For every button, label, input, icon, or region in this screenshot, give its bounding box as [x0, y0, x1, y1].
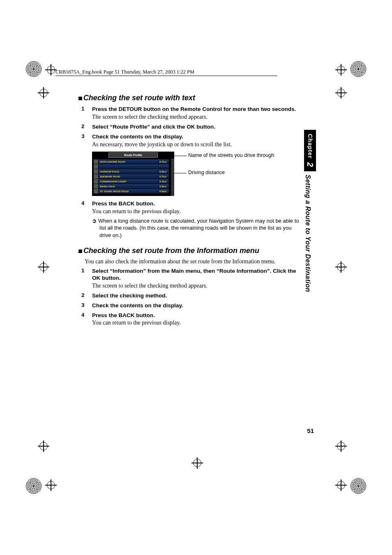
chapter-title: Setting a Route to Your Destination — [304, 171, 311, 292]
street-name: ST JOHNS WOOD ROAD — [99, 190, 158, 193]
section-intro: You can also check the information about… — [85, 258, 301, 265]
reg-mark-icon — [25, 61, 42, 77]
section-heading-a: ■Checking the set route with text — [78, 94, 301, 102]
step-b4: 4 Press the BACK button. You can return … — [81, 312, 301, 327]
step-title: Select the checking method. — [92, 292, 301, 299]
step-number: 4 — [81, 200, 92, 239]
crosshair-icon — [335, 479, 347, 491]
print-header: CRB1875A_Eng.book Page 51 Thursday, Marc… — [55, 69, 194, 75]
row-icon — [94, 179, 99, 184]
step-number: 3 — [81, 302, 92, 309]
route-profile-figure: Route Profile MARYLEBONE ROAD0.7km0.2kmH… — [92, 152, 301, 196]
street-distance: 0.1km — [158, 180, 169, 183]
row-icon — [94, 169, 99, 174]
step-title: Select “Information” from the Main menu,… — [92, 267, 301, 282]
step-a2: 2 Select “Route Profile” and click the O… — [81, 123, 301, 131]
step-number: 2 — [81, 123, 92, 131]
step-number: 2 — [81, 292, 92, 299]
reg-mark-icon — [350, 478, 367, 494]
page-number: 51 — [307, 427, 314, 434]
route-profile-row: HARROW ROAD0.0km — [94, 169, 169, 174]
step-title: Check the contents on the display. — [92, 133, 301, 140]
route-profile-row: ST JOHNS WOOD ROAD0.4km — [94, 189, 169, 193]
street-name: MARYLEBONE ROAD — [99, 161, 158, 163]
street-distance: 0.7km — [158, 175, 169, 178]
chapter-side-tab: Chapter 2 Setting a Route to Your Destin… — [304, 130, 314, 292]
crosshair-icon — [45, 479, 57, 491]
step-title: Press the DETOUR button on the Remote Co… — [92, 106, 301, 113]
route-profile-row: MARYLEBONE ROAD0.7km — [94, 159, 169, 164]
step-b3: 3 Check the contents on the display. — [81, 302, 301, 309]
street-name: MAIDA VALE — [99, 185, 158, 188]
step-a1: 1 Press the DETOUR button on the Remote … — [81, 106, 301, 121]
crosshair-icon — [38, 440, 49, 452]
step-text: You can return to the previous display. — [92, 208, 301, 216]
row-icon — [94, 189, 99, 193]
crosshair-icon — [335, 261, 347, 273]
crosshair-icon — [191, 457, 203, 469]
step-text: As necessary, move the joystick up or do… — [92, 141, 301, 149]
step-a3: 3 Check the contents on the display. As … — [81, 133, 301, 148]
street-distance: 0.0km — [158, 170, 169, 173]
step-a4: 4 Press the BACK button. You can return … — [81, 200, 301, 239]
chapter-label: Chapter — [307, 134, 314, 159]
row-icon — [94, 174, 99, 179]
reg-mark-icon — [25, 478, 42, 494]
step-b1: 1 Select “Information” from the Main men… — [81, 267, 301, 290]
route-profile-row: MAIDA VALE0.0km — [94, 184, 169, 189]
crosshair-icon — [335, 64, 347, 76]
street-distance: 0.4km — [158, 190, 169, 193]
street-distance: 0.2km — [158, 166, 169, 168]
crosshair-icon — [38, 87, 49, 99]
street-name: SHEWARE ROAD — [99, 175, 158, 178]
route-profile-row: 0.2km — [94, 164, 169, 169]
street-distance: 0.0km — [158, 185, 169, 188]
street-name: HARROW ROAD — [99, 170, 158, 173]
step-text: You can return to the previous display. — [92, 319, 301, 327]
callout-street-name: Name of the streets you drive through — [182, 152, 274, 158]
street-name: CUNNINGHAM COURT — [99, 180, 158, 183]
section-heading-b: ■Checking the set route from the Informa… — [78, 246, 301, 255]
step-number: 3 — [81, 133, 92, 148]
step-text: The screen to select the checking method… — [92, 113, 301, 121]
row-icon — [94, 164, 99, 169]
step-number: 4 — [81, 312, 92, 327]
reg-mark-icon — [350, 61, 367, 77]
route-profile-row: SHEWARE ROAD0.7km — [94, 174, 169, 179]
step-text: The screen to select the checking method… — [92, 282, 301, 290]
row-icon — [94, 184, 99, 189]
route-profile-row: CUNNINGHAM COURT0.1km — [94, 179, 169, 184]
step-b2: 2 Select the checking method. — [81, 292, 301, 299]
street-distance: 0.7km — [158, 161, 169, 163]
scrollbar-icon — [171, 159, 174, 196]
crosshair-icon — [45, 64, 57, 76]
crosshair-icon — [38, 261, 49, 273]
step-number: 1 — [81, 106, 92, 121]
chapter-number: 2 — [305, 162, 315, 167]
callout-distance: Driving distance — [182, 170, 274, 175]
route-profile-screen: Route Profile MARYLEBONE ROAD0.7km0.2kmH… — [92, 152, 174, 196]
crosshair-icon — [335, 440, 347, 452]
step-title: Check the contents on the display. — [92, 302, 301, 309]
step-number: 1 — [81, 267, 92, 290]
step-note: ➲When a long distance route is calculate… — [92, 217, 301, 239]
step-title: Select “Route Profile” and click the OK … — [92, 123, 301, 131]
row-icon — [94, 159, 99, 164]
step-title: Press the BACK button. — [92, 200, 301, 207]
step-title: Press the BACK button. — [92, 312, 301, 319]
screen-title: Route Profile — [108, 152, 158, 158]
header-rule — [55, 76, 277, 76]
crosshair-icon — [335, 87, 347, 99]
